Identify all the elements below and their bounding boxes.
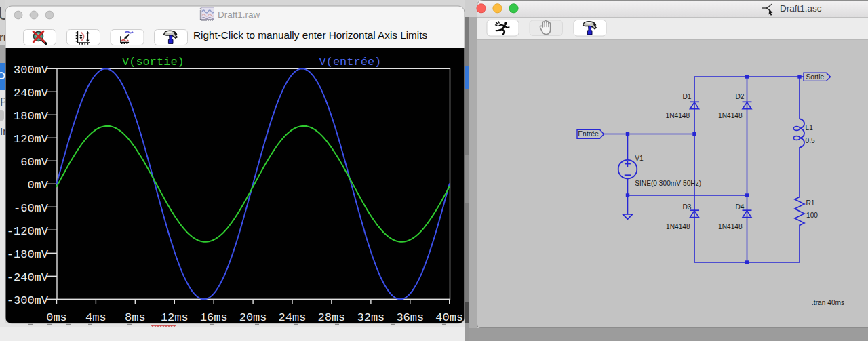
- svg-text:-60mV: -60mV: [14, 202, 49, 215]
- svg-text:Right-Click to manually enter: Right-Click to manually enter Horizontal…: [193, 29, 428, 41]
- svg-text:40ms: 40ms: [435, 311, 463, 324]
- svg-text:300mV: 300mV: [14, 64, 49, 77]
- svg-text:8ms: 8ms: [125, 311, 146, 324]
- svg-text:28ms: 28ms: [317, 311, 345, 324]
- svg-text:20ms: 20ms: [239, 311, 267, 324]
- svg-text:24ms: 24ms: [279, 311, 307, 324]
- svg-text:V(entrée): V(entrée): [319, 56, 382, 68]
- svg-text:Sortie: Sortie: [806, 73, 824, 81]
- svg-text:V1: V1: [635, 155, 644, 162]
- svg-text:1N4148: 1N4148: [666, 112, 690, 119]
- svg-text:V(sortie): V(sortie): [122, 56, 184, 68]
- svg-text:R1: R1: [806, 199, 815, 207]
- svg-text:32ms: 32ms: [357, 311, 384, 324]
- svg-text:16ms: 16ms: [200, 311, 228, 324]
- svg-text:0ms: 0ms: [46, 311, 67, 324]
- svg-text:SINE(0 300mV 50Hz): SINE(0 300mV 50Hz): [635, 180, 701, 187]
- svg-text:0mV: 0mV: [27, 179, 48, 192]
- svg-text:120mV: 120mV: [14, 133, 49, 146]
- svg-text:4ms: 4ms: [85, 311, 106, 324]
- svg-text:-180mV: -180mV: [7, 248, 49, 261]
- svg-text:1N4148: 1N4148: [666, 223, 690, 230]
- svg-text:-120mV: -120mV: [7, 225, 49, 238]
- svg-text:L1: L1: [806, 124, 814, 132]
- svg-text:1N4148: 1N4148: [718, 112, 743, 119]
- svg-text:Entrée: Entrée: [578, 130, 599, 138]
- svg-text:180mV: 180mV: [14, 110, 49, 123]
- svg-text:240mV: 240mV: [14, 87, 49, 100]
- svg-text:12ms: 12ms: [161, 311, 189, 324]
- svg-text:D4: D4: [736, 203, 745, 211]
- svg-text:.tran 40ms: .tran 40ms: [812, 299, 844, 306]
- svg-text:D3: D3: [683, 203, 692, 211]
- svg-text:100: 100: [806, 212, 818, 219]
- svg-text:Draft1.asc: Draft1.asc: [780, 3, 822, 14]
- svg-text:60mV: 60mV: [20, 156, 49, 169]
- svg-text:-300mV: -300mV: [7, 294, 49, 307]
- svg-text:36ms: 36ms: [396, 311, 424, 324]
- svg-text:D2: D2: [736, 93, 745, 100]
- svg-text:-240mV: -240mV: [7, 271, 49, 284]
- svg-text:1N4148: 1N4148: [718, 223, 743, 230]
- svg-text:Draft1.raw: Draft1.raw: [218, 9, 260, 20]
- svg-text:D1: D1: [683, 93, 692, 100]
- svg-text:0.5: 0.5: [806, 137, 815, 144]
